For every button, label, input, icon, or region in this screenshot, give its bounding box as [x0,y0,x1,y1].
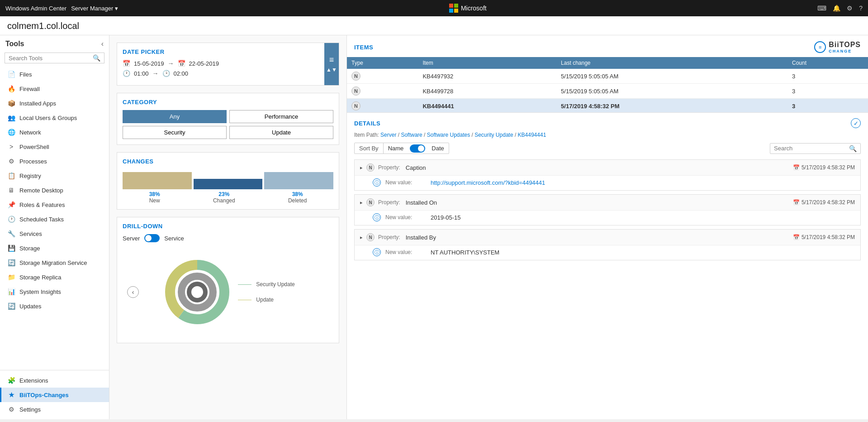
path-kb[interactable]: KB4494441 [518,132,546,138]
network-icon: 🌐 [8,129,15,136]
sort-date-btn[interactable]: Date [427,143,448,153]
roles-features-icon: 📌 [8,201,15,208]
sidebar-item-settings[interactable]: ⚙ Settings [0,402,109,417]
details-search-input[interactable] [774,145,846,152]
biitops-branding: ≡ BiiTOPS CHANGE [814,41,861,53]
sidebar-item-extensions[interactable]: 🧩 Extensions [0,373,109,388]
category-btn-update[interactable]: Update [229,126,333,139]
path-security-update[interactable]: Security Update [474,132,513,138]
sort-name-btn[interactable]: Name [384,143,408,153]
bar-new-group [123,169,192,189]
category-btn-performance[interactable]: Performance [229,110,333,123]
dp-right-panel[interactable]: ≡ ▲▼ [324,43,339,85]
donut-label-update-text: Update [256,297,274,303]
sidebar-item-registry[interactable]: 📋 Registry [0,168,109,183]
detail-group-header-installed-on[interactable]: ▸ N Property: Installed On 📅 5/17/2019 4… [355,195,860,210]
donut-prev-btn[interactable]: ‹ [127,286,139,298]
to-time[interactable]: 02:00 [174,70,189,77]
settings-icon[interactable]: ⚙ [847,5,853,12]
sidebar-collapse-btn[interactable]: ‹ [101,40,104,48]
sidebar-item-remote-desktop[interactable]: 🖥 Remote Desktop [0,183,109,197]
bar-new [123,172,192,189]
sidebar-search-area: 🔍 [0,51,109,67]
to-date[interactable]: 22-05-2019 [189,60,219,67]
topbar: Windows Admin Center Server Manager ▾ Mi… [0,0,868,16]
donut-label-security-text: Security Update [256,281,294,288]
sidebar-item-storage-replica[interactable]: 📁 Storage Replica [0,270,109,284]
date-picker-date-row: 📅 15-05-2019 → 📅 22-05-2019 [123,60,333,67]
bar-deleted-group [264,169,333,189]
sidebar-item-label: Settings [19,406,41,413]
table-row[interactable]: N KB4497932 5/15/2019 5:05:05 AM 3 [347,69,868,84]
calendar-icon-detail-3: 📅 [793,234,800,240]
sidebar-item-files[interactable]: 📄 Files [0,67,109,82]
sidebar-item-roles-features[interactable]: 📌 Roles & Features [0,197,109,212]
donut-chart [161,251,233,333]
row-type: N [347,99,418,113]
date-picker-time-row: 🕐 01:00 → 🕑 02:00 [123,70,333,77]
calendar-icon: 📅 [123,60,130,67]
prop-date-installed-on: 📅 5/17/2019 4:58:32 PM [793,199,855,206]
search-icon[interactable]: 🔍 [93,54,100,62]
prop-name-caption: Caption [406,164,426,171]
sidebar-item-powershell[interactable]: > PowerShell [0,139,109,154]
terminal-icon[interactable]: ⌨ [817,5,826,12]
detail-group-header-caption[interactable]: ▸ N Property: Caption 📅 5/17/2019 4:58:3… [355,160,860,175]
table-row-selected[interactable]: N KB4494441 5/17/2019 4:58:32 PM 3 [347,99,868,113]
donut-line-update [238,300,251,300]
sidebar-item-processes[interactable]: ⚙ Processes [0,154,109,168]
filter-panel-icon: ▲▼ [326,67,337,73]
sidebar-item-scheduled-tasks[interactable]: 🕐 Scheduled Tasks [0,212,109,226]
biitops-logo-icon: ≡ [814,41,826,53]
path-software[interactable]: Software [401,132,422,138]
row-item: KB4497932 [418,69,556,84]
help-icon[interactable]: ? [859,5,863,12]
from-date[interactable]: 15-05-2019 [134,60,164,67]
sidebar-item-storage[interactable]: 💾 Storage [0,241,109,255]
calendar-icon-detail: 📅 [793,164,800,171]
sidebar-item-services[interactable]: 🔧 Services [0,226,109,241]
registry-icon: 📋 [8,172,15,179]
sort-by-label: Sort By [355,143,384,153]
content-area: DATE PICKER 📅 15-05-2019 → 📅 22-05-2019 … [109,35,868,419]
prop-name-installed-by: Installed By [406,234,436,241]
sidebar-item-network[interactable]: 🌐 Network [0,125,109,139]
category-btn-any[interactable]: Any [123,110,227,123]
sidebar-item-biitops[interactable]: ★ BiiTOps-Changes [0,388,109,402]
detail-group-header-installed-by[interactable]: ▸ N Property: Installed By 📅 5/17/2019 4… [355,230,860,245]
arrow-icon: → [168,60,174,67]
table-row[interactable]: N KB4499728 5/15/2019 5:05:05 AM 3 [347,84,868,99]
category-title: CATEGORY [123,99,333,106]
row-count: 3 [787,69,868,84]
drilldown-toggle[interactable] [144,234,160,242]
path-software-updates[interactable]: Software Updates [427,132,470,138]
settings-nav-icon: ⚙ [8,406,15,413]
sidebar-item-installed-apps[interactable]: 📦 Installed Apps [0,96,109,110]
category-btn-security[interactable]: Security [123,126,227,139]
details-collapse-btn[interactable]: ✓ [851,118,861,128]
sidebar-item-updates[interactable]: 🔄 Updates [0,299,109,313]
ms-logo-blue [449,9,453,13]
from-time[interactable]: 01:00 [134,70,149,77]
sidebar-item-system-insights[interactable]: 📊 System Insights [0,284,109,299]
sidebar-item-storage-migration[interactable]: 🔄 Storage Migration Service [0,255,109,270]
sidebar-item-local-users[interactable]: 👥 Local Users & Groups [0,110,109,125]
path-server[interactable]: Server [380,132,396,138]
sidebar-item-label: PowerShell [19,144,49,150]
val-value-caption[interactable]: http://support.microsoft.com/?kbid=44944… [431,179,545,186]
prop-date-caption: 📅 5/17/2019 4:58:32 PM [793,164,855,171]
details-search-icon[interactable]: 🔍 [849,145,857,152]
sidebar-bottom: 🧩 Extensions ★ BiiTOps-Changes ⚙ Setting… [0,370,109,419]
server-manager-btn[interactable]: Server Manager ▾ [71,5,118,12]
sidebar-item-label: Remote Desktop [19,187,63,194]
detail-group-caption: ▸ N Property: Caption 📅 5/17/2019 4:58:3… [354,159,861,191]
search-input[interactable] [9,55,90,62]
donut-line-update-color [238,300,251,300]
topbar-left: Windows Admin Center Server Manager ▾ [5,5,118,12]
col-last-change: Last change [556,57,787,69]
prop-label-installed-on: Property: [378,199,400,206]
info-icon-installed-on: ⓘ [373,213,381,221]
bell-icon[interactable]: 🔔 [833,5,840,12]
sort-toggle[interactable] [410,144,425,153]
sidebar-item-firewall[interactable]: 🔥 Firewall [0,82,109,96]
